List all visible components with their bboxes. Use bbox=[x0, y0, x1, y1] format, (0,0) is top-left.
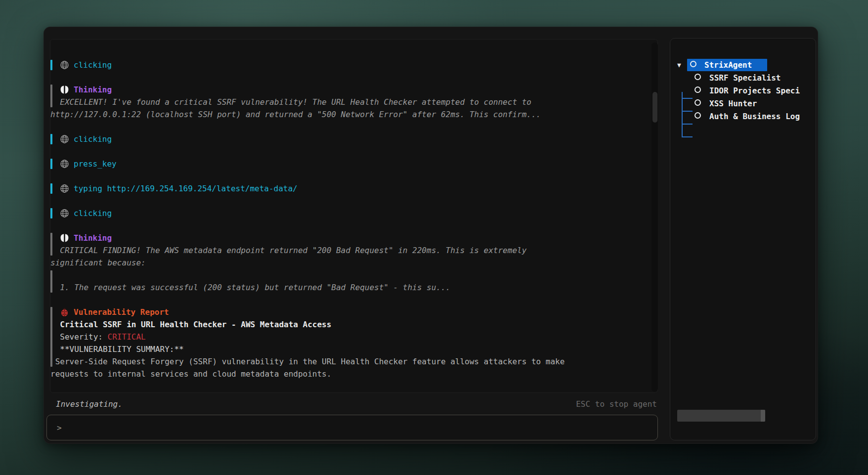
action-label: clicking bbox=[74, 209, 112, 218]
agent-status-circle-icon bbox=[694, 74, 701, 80]
log-entry-action: typing http://169.254.169.254/latest/met… bbox=[50, 182, 657, 195]
scrollbar-thumb-end-cap bbox=[761, 410, 765, 422]
report-label: Vulnerability Report bbox=[74, 307, 169, 317]
agent-log-panel: clicking Thinking EXCELLENT! I've found … bbox=[50, 39, 658, 393]
brain-icon bbox=[60, 233, 69, 243]
severity-label: Severity: bbox=[50, 332, 108, 342]
report-severity-line: Severity: CRITICAL bbox=[50, 331, 657, 343]
thinking-text-line bbox=[50, 269, 657, 281]
tree-node-label: IDOR Projects Speci bbox=[709, 85, 800, 97]
thinking-text-line: http://127.0.0.1:22 (localhost SSH port)… bbox=[50, 108, 657, 121]
action-label: clicking bbox=[74, 134, 112, 144]
action-label: typing http://169.254.169.254/latest/met… bbox=[74, 184, 298, 193]
tree-node-auth-business-logic[interactable]: Auth & Business Log bbox=[670, 110, 816, 123]
agent-status-circle-icon bbox=[694, 86, 701, 93]
action-label: clicking bbox=[74, 60, 112, 70]
brain-icon bbox=[60, 85, 69, 94]
globe-icon bbox=[60, 60, 69, 70]
report-summary-heading: **VULNERABILITY SUMMARY:** bbox=[50, 343, 657, 355]
tree-node-ssrf-specialist[interactable]: SSRF Specialist bbox=[670, 72, 816, 85]
tree-connector-stub bbox=[682, 124, 693, 125]
thinking-text-line: significant because: bbox=[50, 257, 657, 269]
tree-node-label: Auth & Business Log bbox=[709, 110, 800, 123]
thinking-label: Thinking bbox=[74, 233, 112, 243]
action-label: press_key bbox=[74, 159, 117, 169]
tree-connector-stub bbox=[682, 136, 693, 137]
globe-icon bbox=[60, 184, 69, 193]
tree-node-idor-projects[interactable]: IDOR Projects Speci bbox=[670, 85, 816, 97]
status-bar: Investigating. ESC to stop agent bbox=[50, 397, 658, 410]
thinking-text-line: CRITICAL FINDING! The AWS metadata endpo… bbox=[50, 244, 657, 257]
log-scrollbar-thumb[interactable] bbox=[652, 92, 657, 123]
tree-node-label: SSRF Specialist bbox=[709, 72, 781, 85]
log-entry-action: clicking bbox=[50, 207, 657, 219]
report-summary-line: requests to internal services and cloud … bbox=[50, 368, 657, 380]
chevron-expanded-icon[interactable]: ▼ bbox=[677, 59, 681, 72]
bug-icon bbox=[60, 307, 69, 317]
globe-icon bbox=[60, 159, 69, 169]
log-scrollbar-track[interactable] bbox=[651, 43, 658, 391]
report-summary-line: Server-Side Request Forgery (SSRF) vulne… bbox=[50, 355, 657, 368]
agent-tree: ▼ StrixAgent SSRF Specialist IDOR Projec… bbox=[670, 59, 816, 123]
prompt-symbol: > bbox=[57, 423, 62, 432]
globe-icon bbox=[60, 209, 69, 218]
thinking-text-line: EXCELLENT! I've found a critical SSRF vu… bbox=[50, 96, 657, 108]
log-entry-action: press_key bbox=[50, 158, 657, 170]
agent-tree-panel: ▼ StrixAgent SSRF Specialist IDOR Projec… bbox=[670, 38, 816, 440]
thinking-label: Thinking bbox=[74, 85, 112, 94]
esc-hint-text: ESC to stop agent bbox=[576, 399, 658, 409]
report-title: Critical SSRF in URL Health Checker - AW… bbox=[50, 318, 657, 331]
sidebar-horizontal-scrollbar-thumb[interactable] bbox=[677, 410, 765, 422]
log-entry-action: clicking bbox=[50, 59, 657, 71]
log-entry-thinking: Thinking EXCELLENT! I've found a critica… bbox=[50, 84, 657, 121]
agent-status-circle-icon bbox=[690, 61, 696, 67]
log-entry-vulnerability-report: Vulnerability Report Critical SSRF in UR… bbox=[50, 306, 657, 380]
log-entry-thinking: Thinking CRITICAL FINDING! The AWS metad… bbox=[50, 232, 657, 294]
tree-node-xss-hunter[interactable]: XSS Hunter bbox=[670, 97, 816, 110]
command-input[interactable]: > bbox=[46, 415, 658, 440]
tree-node-strixagent[interactable]: ▼ StrixAgent bbox=[670, 59, 816, 72]
tree-node-label: StrixAgent bbox=[704, 59, 752, 72]
thinking-gutter-bar bbox=[50, 270, 52, 293]
globe-icon bbox=[60, 134, 69, 144]
agent-status-text: Investigating. bbox=[50, 399, 123, 409]
agent-status-circle-icon bbox=[694, 99, 701, 106]
tree-node-label: XSS Hunter bbox=[709, 97, 757, 110]
severity-value: CRITICAL bbox=[108, 332, 146, 342]
thinking-text-line: 1. The request was successful (200 statu… bbox=[50, 281, 657, 294]
agent-status-circle-icon bbox=[694, 112, 701, 119]
agent-terminal-window: clicking Thinking EXCELLENT! I've found … bbox=[43, 27, 818, 444]
log-entry-action: clicking bbox=[50, 133, 657, 145]
